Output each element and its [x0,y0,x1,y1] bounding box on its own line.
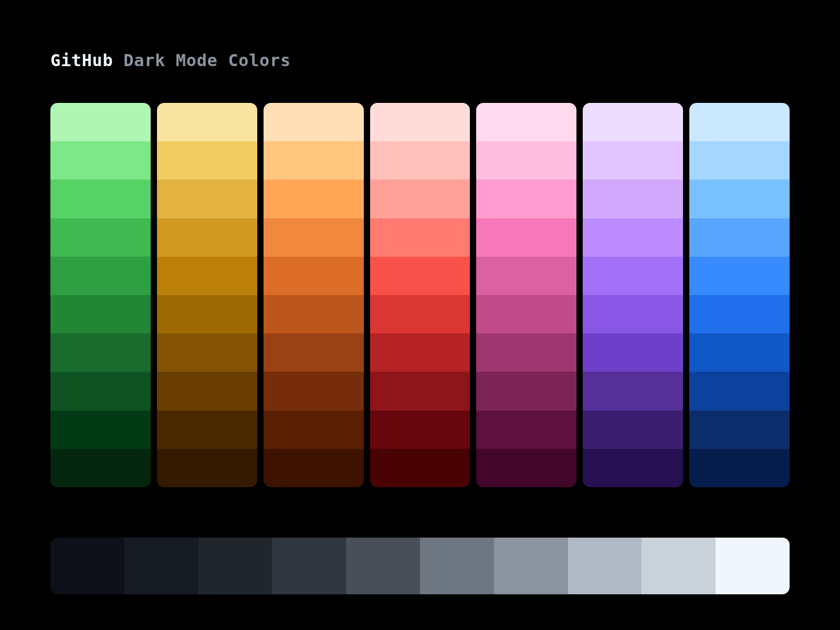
swatch-yellow-0 [157,103,257,141]
swatch-green-3 [50,218,151,257]
swatch-purple-9 [583,449,683,487]
swatch-blue-6 [689,333,790,372]
swatch-pink-7 [476,372,576,410]
swatch-red-3 [370,218,470,257]
swatch-purple-1 [583,141,683,180]
swatch-pink-4 [476,257,576,295]
swatch-orange-5 [264,295,364,333]
swatch-yellow-4 [157,257,257,295]
swatch-purple-0 [583,103,683,141]
swatch-green-8 [50,411,151,449]
swatch-pink-0 [476,103,576,141]
swatch-red-2 [370,180,470,218]
swatch-blue-0 [689,103,790,141]
palette-row [50,103,790,487]
swatch-blue-9 [689,449,790,487]
swatch-red-1 [370,141,470,180]
swatch-gray-3 [272,538,346,594]
swatch-yellow-8 [157,411,257,449]
swatch-yellow-3 [157,218,257,257]
swatch-yellow-7 [157,372,257,410]
swatch-orange-6 [264,333,364,372]
swatch-orange-9 [264,449,364,487]
swatch-green-6 [50,333,151,372]
swatch-pink-6 [476,333,576,372]
swatch-gray-9 [716,538,790,594]
swatch-green-2 [50,180,151,218]
swatch-purple-2 [583,180,683,218]
swatch-green-7 [50,372,151,410]
palette-column-green [50,103,151,487]
swatch-orange-8 [264,411,364,449]
title-muted: Dark Mode Colors [113,50,290,70]
swatch-yellow-1 [157,141,257,180]
swatch-purple-6 [583,333,683,372]
swatch-pink-8 [476,411,576,449]
swatch-orange-0 [264,103,364,141]
gray-row [50,538,790,594]
swatch-red-8 [370,411,470,449]
swatch-pink-3 [476,218,576,257]
title-strong: GitHub [50,50,113,70]
palette-column-purple [583,103,683,487]
swatch-blue-5 [689,295,790,333]
swatch-yellow-2 [157,180,257,218]
palette-column-orange [264,103,364,487]
swatch-gray-5 [420,538,494,594]
swatch-gray-4 [346,538,420,594]
swatch-green-9 [50,449,151,487]
swatch-pink-5 [476,295,576,333]
swatch-blue-2 [689,180,790,218]
swatch-gray-8 [642,538,716,594]
swatch-red-9 [370,449,470,487]
swatch-gray-1 [124,538,198,594]
page-title: GitHub Dark Mode Colors [50,50,790,70]
swatch-yellow-6 [157,333,257,372]
swatch-purple-7 [583,372,683,410]
swatch-red-4 [370,257,470,295]
swatch-pink-1 [476,141,576,180]
swatch-orange-3 [264,218,364,257]
swatch-pink-9 [476,449,576,487]
swatch-red-5 [370,295,470,333]
swatch-red-7 [370,372,470,410]
swatch-yellow-5 [157,295,257,333]
swatch-orange-1 [264,141,364,180]
swatch-red-0 [370,103,470,141]
swatch-green-1 [50,141,151,180]
swatch-gray-2 [198,538,272,594]
swatch-gray-6 [494,538,568,594]
palette-column-red [370,103,470,487]
palette-column-pink [476,103,576,487]
swatch-purple-3 [583,218,683,257]
swatch-green-5 [50,295,151,333]
swatch-pink-2 [476,180,576,218]
swatch-blue-3 [689,218,790,257]
swatch-blue-8 [689,411,790,449]
swatch-blue-1 [689,141,790,180]
swatch-yellow-9 [157,449,257,487]
swatch-purple-8 [583,411,683,449]
swatch-orange-2 [264,180,364,218]
swatch-gray-0 [50,538,124,594]
swatch-blue-4 [689,257,790,295]
swatch-purple-4 [583,257,683,295]
swatch-orange-7 [264,372,364,410]
swatch-orange-4 [264,257,364,295]
swatch-green-0 [50,103,151,141]
palette-column-blue [689,103,790,487]
swatch-blue-7 [689,372,790,410]
swatch-gray-7 [568,538,642,594]
swatch-purple-5 [583,295,683,333]
swatch-green-4 [50,257,151,295]
swatch-red-6 [370,333,470,372]
palette-column-yellow [157,103,257,487]
